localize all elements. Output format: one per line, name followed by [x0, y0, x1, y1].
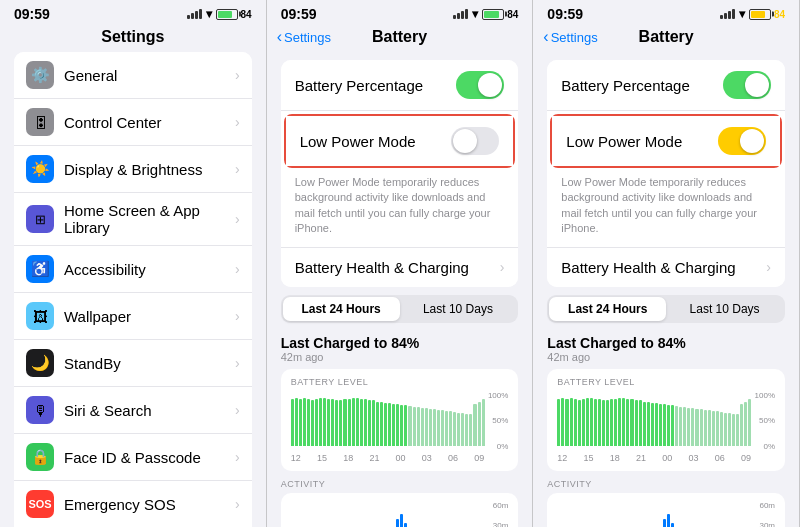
tab-24h-2[interactable]: Last 24 Hours [283, 297, 400, 321]
siri-icon: 🎙 [26, 396, 54, 424]
bar-41 [724, 413, 727, 446]
battery-level-chart-3: BATTERY LEVEL 100% 50% 0% 12 15 18 21 00… [547, 369, 785, 471]
faceid-label: Face ID & Passcode [64, 449, 235, 466]
chart-label-2: BATTERY LEVEL [291, 377, 509, 387]
battery-pct-label-2: Battery Percentage [295, 77, 423, 94]
back-button-3[interactable]: ‹ Settings [543, 28, 597, 46]
low-power-row-3: Low Power Mode [552, 116, 780, 166]
settings-header: Settings [0, 24, 266, 52]
tab-10d-3[interactable]: Last 10 Days [666, 297, 783, 321]
bar-7 [319, 398, 322, 445]
battery-percentage-row-2: Battery Percentage [281, 60, 519, 111]
bar-12 [606, 400, 609, 445]
low-power-toggle-3[interactable] [718, 127, 766, 155]
bar-44 [736, 414, 739, 445]
battery-pct-label-3: Battery Percentage [561, 77, 689, 94]
home-label: Home Screen & App Library [64, 202, 235, 236]
charge-info-3: Last Charged to 84% 42m ago [533, 331, 799, 365]
settings-item-control-center[interactable]: 🎛 Control Center › [14, 99, 252, 146]
chart-area-3: 100% 50% 0% [557, 391, 775, 451]
bar-10 [598, 399, 601, 445]
battery-header-3: ‹ Settings Battery [533, 24, 799, 52]
bar-33 [425, 408, 428, 445]
bar-37 [708, 410, 711, 445]
settings-item-display[interactable]: ☀️ Display & Brightness › [14, 146, 252, 193]
tab-10d-2[interactable]: Last 10 Days [400, 297, 517, 321]
display-icon: ☀️ [26, 155, 54, 183]
bar-34 [429, 409, 432, 446]
battery-panel-off: 09:59 ▾ 84 ‹ Settings Battery [267, 0, 534, 527]
bar-0 [291, 399, 294, 446]
bar-18 [364, 399, 367, 445]
tab-24h-3[interactable]: Last 24 Hours [549, 297, 666, 321]
status-icons-3: ▾ 84 [720, 7, 785, 21]
low-power-toggle-2[interactable] [451, 127, 499, 155]
signal-icon-3 [720, 9, 735, 19]
general-label: General [64, 67, 235, 84]
chart-lines-3: 100% 50% 0% [755, 391, 775, 451]
settings-item-siri[interactable]: 🎙 Siri & Search › [14, 387, 252, 434]
settings-item-faceid[interactable]: 🔒 Face ID & Passcode › [14, 434, 252, 481]
bar-4 [307, 399, 310, 446]
battery-pct-2: 84 [507, 9, 518, 20]
bar-19 [635, 400, 638, 446]
settings-list: ⚙️ General › 🎛 Control Center › ☀️ Displ… [0, 52, 266, 527]
accessibility-label: Accessibility [64, 261, 235, 278]
time-axis-2: 12 15 18 21 00 03 06 09 [291, 451, 485, 463]
battery-health-row-3[interactable]: Battery Health & Charging › [547, 247, 785, 287]
bar-45 [473, 404, 476, 445]
battery-toggles-3: Battery Percentage Low Power Mode Low Po… [547, 60, 785, 287]
bar-27 [667, 514, 670, 527]
battery-health-row-2[interactable]: Battery Health & Charging › [281, 247, 519, 287]
settings-item-accessibility[interactable]: ♿ Accessibility › [14, 246, 252, 293]
charge-info-2: Last Charged to 84% 42m ago [267, 331, 533, 365]
back-button-2[interactable]: ‹ Settings [277, 28, 331, 46]
bar-44 [469, 414, 472, 445]
back-label-2: Settings [284, 30, 331, 45]
bar-21 [643, 402, 646, 446]
bar-6 [582, 399, 585, 445]
bar-20 [372, 400, 375, 445]
settings-item-standby[interactable]: 🌙 StandBy › [14, 340, 252, 387]
bar-12 [339, 400, 342, 445]
bar-38 [445, 411, 448, 446]
bar-28 [671, 523, 674, 527]
sos-label: Emergency SOS [64, 496, 235, 513]
wifi-icon-3: ▾ [739, 7, 745, 21]
bar-27 [400, 514, 403, 527]
bar-29 [408, 406, 411, 446]
settings-item-general[interactable]: ⚙️ General › [14, 52, 252, 99]
charge-title-2: Last Charged to 84% [281, 335, 519, 351]
bar-14 [348, 399, 351, 446]
bar-3 [303, 398, 306, 445]
bar-32 [421, 408, 424, 446]
bar-14 [614, 399, 617, 446]
charge-sub-3: 42m ago [547, 351, 785, 363]
bar-28 [404, 405, 407, 445]
settings-item-sos[interactable]: SOS Emergency SOS › [14, 481, 252, 527]
battery-percentage-toggle-3[interactable] [723, 71, 771, 99]
activity-bars-2 [291, 501, 485, 527]
bar-46 [478, 402, 481, 446]
bar-2 [565, 399, 568, 445]
charge-title-3: Last Charged to 84% [547, 335, 785, 351]
bar-5 [578, 400, 581, 446]
battery-pct-3: 84 [774, 9, 785, 20]
battery-status-icon-3: 84 [749, 9, 785, 20]
settings-item-home[interactable]: ⊞ Home Screen & App Library › [14, 193, 252, 246]
bar-46 [744, 402, 747, 446]
battery-pct-1: 84 [241, 9, 252, 20]
bar-25 [392, 404, 395, 446]
bar-16 [622, 398, 625, 445]
low-power-highlight-2: Low Power Mode [284, 114, 516, 168]
battery-percentage-toggle-2[interactable] [456, 71, 504, 99]
wallpaper-label: Wallpaper [64, 308, 235, 325]
settings-item-wallpaper[interactable]: 🖼 Wallpaper › [14, 293, 252, 340]
bar-10 [331, 399, 334, 445]
bar-35 [433, 409, 436, 445]
chart-lines-2: 100% 50% 0% [488, 391, 508, 451]
low-power-highlight-3: Low Power Mode [550, 114, 782, 168]
status-bar-1: 09:59 ▾ 84 [0, 0, 266, 24]
activity-bars-3 [557, 501, 751, 527]
bar-11 [602, 400, 605, 446]
